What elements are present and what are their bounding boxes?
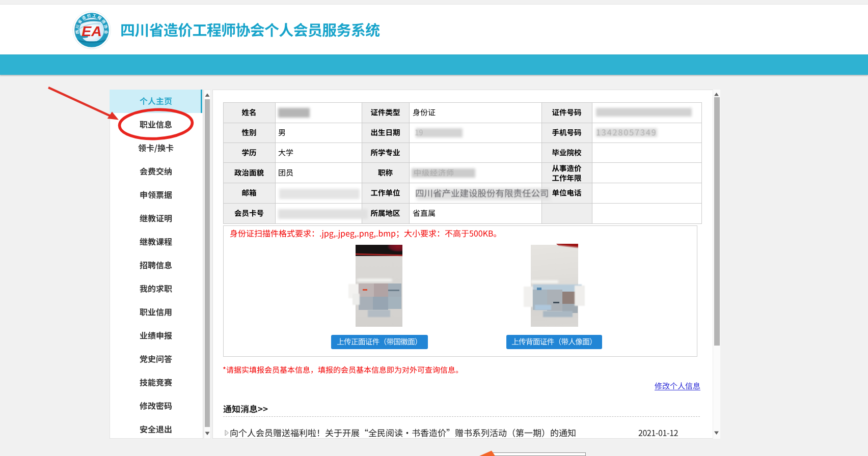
svg-text:EA: EA (82, 23, 102, 39)
